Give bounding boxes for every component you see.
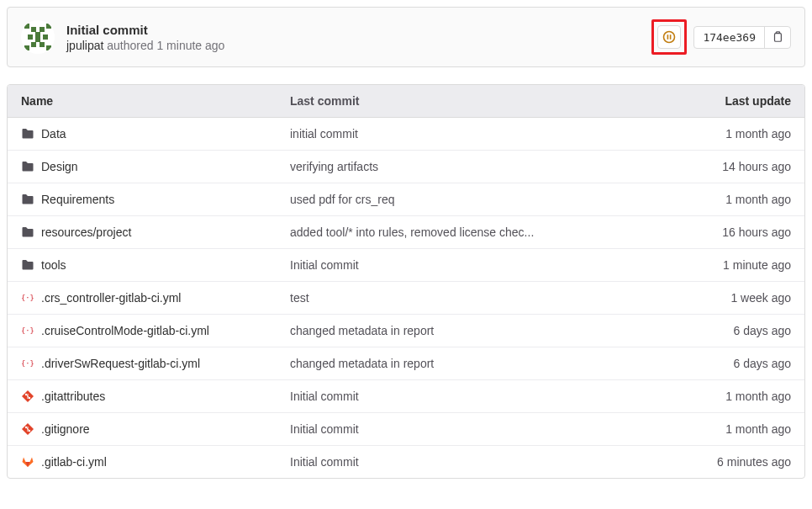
svg-rect-9: [31, 42, 36, 47]
file-name: tools: [41, 258, 66, 272]
file-name-cell[interactable]: resources/project: [21, 225, 290, 239]
last-commit-cell[interactable]: changed metadata in report: [290, 324, 656, 337]
folder-icon: [21, 160, 34, 173]
file-name-cell[interactable]: .gitattributes: [21, 390, 290, 403]
table-row[interactable]: .gitignoreInitial commit1 month ago: [8, 412, 804, 445]
svg-text:{·}: {·}: [21, 326, 34, 335]
table-row[interactable]: resources/projectadded tool/* into rules…: [8, 215, 804, 248]
svg-rect-12: [46, 45, 51, 50]
last-commit-cell[interactable]: verifying artifacts: [290, 160, 656, 173]
folder-icon: [21, 225, 34, 239]
last-commit-cell[interactable]: Initial commit: [290, 422, 656, 436]
file-name: Design: [41, 160, 78, 173]
svg-rect-15: [670, 34, 672, 40]
yml-icon: {·}: [21, 291, 34, 305]
file-table-header: Name Last commit Last update: [8, 85, 804, 118]
last-update-cell: 1 month ago: [656, 422, 791, 436]
avatar: [21, 20, 55, 54]
svg-point-13: [664, 32, 675, 43]
last-update-cell: 6 days ago: [656, 357, 791, 370]
svg-rect-16: [775, 34, 782, 42]
file-name-cell[interactable]: {·}.cruiseControlMode-gitlab-ci.yml: [21, 324, 290, 337]
gitlab-icon: [21, 455, 34, 469]
header-last-commit: Last commit: [290, 94, 656, 108]
file-name: Requirements: [41, 193, 114, 206]
pipeline-status-button[interactable]: [657, 25, 681, 49]
last-update-cell: 1 month ago: [656, 390, 791, 403]
git-icon: [21, 390, 34, 403]
pipeline-status-highlight: [651, 19, 687, 55]
file-name: resources/project: [41, 225, 131, 239]
last-commit-cell[interactable]: test: [290, 291, 656, 305]
svg-rect-6: [28, 34, 33, 40]
authored-verb: authored: [107, 39, 153, 52]
yml-icon: {·}: [21, 324, 34, 337]
svg-text:{·}: {·}: [21, 359, 34, 368]
copy-sha-button[interactable]: [765, 27, 790, 48]
last-update-cell: 1 month ago: [656, 127, 791, 141]
last-commit-cell[interactable]: changed metadata in report: [290, 357, 656, 370]
last-commit-card: Initial commit jpulipat authored 1 minut…: [7, 7, 805, 67]
header-name: Name: [21, 94, 290, 108]
svg-rect-8: [35, 37, 40, 42]
last-update-cell: 6 minutes ago: [656, 455, 791, 469]
svg-rect-14: [667, 34, 669, 40]
file-name-cell[interactable]: Design: [21, 160, 290, 173]
svg-rect-1: [24, 24, 29, 29]
commit-author[interactable]: jpulipat: [66, 39, 103, 52]
table-row[interactable]: Requirementsused pdf for crs_req1 month …: [8, 183, 804, 215]
table-row[interactable]: .gitattributesInitial commit1 month ago: [8, 379, 804, 412]
svg-text:{·}: {·}: [21, 294, 34, 302]
last-commit-cell[interactable]: initial commit: [290, 127, 656, 141]
commit-when: 1 minute ago: [156, 39, 224, 52]
last-update-cell: 6 days ago: [656, 324, 791, 337]
table-row[interactable]: toolsInitial commit1 minute ago: [8, 248, 804, 281]
table-row[interactable]: .gitlab-ci.ymlInitial commit6 minutes ag…: [8, 445, 804, 478]
last-commit-cell[interactable]: added tool/* into rules, removed license…: [290, 225, 656, 239]
folder-icon: [21, 127, 34, 141]
last-commit-cell[interactable]: Initial commit: [290, 390, 656, 403]
table-row[interactable]: {·}.crs_controller-gitlab-ci.ymltest1 we…: [8, 281, 804, 314]
table-row[interactable]: {·}.cruiseControlMode-gitlab-ci.ymlchang…: [8, 314, 804, 347]
git-icon: [21, 422, 34, 436]
folder-icon: [21, 258, 34, 272]
file-name-cell[interactable]: {·}.driverSwRequest-gitlab-ci.yml: [21, 357, 290, 370]
svg-rect-5: [35, 32, 40, 37]
last-update-cell: 16 hours ago: [656, 225, 791, 239]
table-row[interactable]: {·}.driverSwRequest-gitlab-ci.ymlchanged…: [8, 347, 804, 379]
file-name: Data: [41, 127, 66, 141]
svg-rect-4: [40, 27, 45, 32]
last-commit-cell[interactable]: Initial commit: [290, 258, 656, 272]
commit-title[interactable]: Initial commit: [66, 23, 640, 37]
last-update-cell: 1 minute ago: [656, 258, 791, 272]
svg-rect-3: [31, 27, 36, 32]
file-name-cell[interactable]: tools: [21, 258, 290, 272]
svg-rect-11: [24, 45, 29, 50]
last-update-cell: 1 month ago: [656, 193, 791, 206]
file-name-cell[interactable]: .gitignore: [21, 422, 290, 436]
file-name: .gitignore: [41, 422, 90, 436]
file-name-cell[interactable]: Data: [21, 127, 290, 141]
commit-info: Initial commit jpulipat authored 1 minut…: [66, 23, 640, 52]
file-name-cell[interactable]: {·}.crs_controller-gitlab-ci.yml: [21, 291, 290, 305]
header-last-update: Last update: [656, 94, 791, 108]
file-name: .crs_controller-gitlab-ci.yml: [41, 291, 181, 305]
table-row[interactable]: Designverifying artifacts14 hours ago: [8, 150, 804, 183]
commit-meta: jpulipat authored 1 minute ago: [66, 39, 640, 52]
folder-icon: [21, 193, 34, 206]
table-row[interactable]: Datainitial commit1 month ago: [8, 118, 804, 150]
file-name-cell[interactable]: Requirements: [21, 193, 290, 206]
svg-rect-2: [46, 24, 51, 29]
last-update-cell: 1 week ago: [656, 291, 791, 305]
file-tree-table: Name Last commit Last update Datainitial…: [7, 84, 805, 479]
yml-icon: {·}: [21, 357, 34, 370]
last-commit-cell[interactable]: used pdf for crs_req: [290, 193, 656, 206]
commit-sha[interactable]: 174ee369: [694, 27, 765, 48]
commit-actions: 174ee369: [651, 19, 791, 55]
file-name-cell[interactable]: .gitlab-ci.yml: [21, 455, 290, 469]
last-commit-cell[interactable]: Initial commit: [290, 455, 656, 469]
last-update-cell: 14 hours ago: [656, 160, 791, 173]
file-name: .cruiseControlMode-gitlab-ci.yml: [41, 324, 209, 337]
file-name: .driverSwRequest-gitlab-ci.yml: [41, 357, 200, 370]
svg-rect-7: [43, 34, 48, 40]
